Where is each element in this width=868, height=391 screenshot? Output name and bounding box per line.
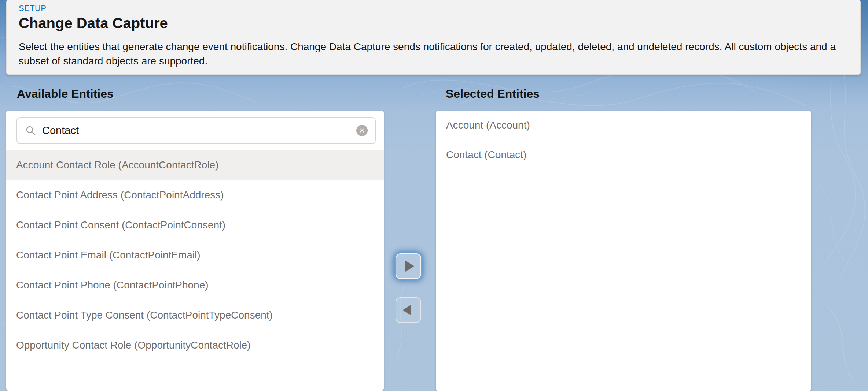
list-item[interactable]: Contact Point Phone (ContactPointPhone): [6, 270, 384, 300]
entity-label: Contact (Contact): [446, 149, 526, 161]
list-item[interactable]: Contact Point Type Consent (ContactPoint…: [6, 300, 384, 330]
selected-entities-heading: Selected Entities: [446, 87, 540, 101]
list-item[interactable]: Contact (Contact): [436, 140, 811, 170]
list-item[interactable]: Account Contact Role (AccountContactRole…: [6, 150, 384, 180]
search-input[interactable]: [36, 120, 356, 142]
list-item[interactable]: Contact Point Consent (ContactPointConse…: [6, 210, 384, 240]
entity-label: Contact Point Consent (ContactPointConse…: [16, 219, 225, 231]
list-item[interactable]: Account (Account): [436, 111, 811, 140]
entity-search-section: ✕: [6, 111, 384, 150]
selected-entities-panel: Account (Account) Contact (Contact): [436, 111, 811, 391]
page-title: Change Data Capture: [19, 15, 843, 31]
page-description: Select the entities that generate change…: [19, 40, 842, 68]
move-to-available-button[interactable]: [396, 297, 421, 323]
setup-breadcrumb-label: SETUP: [19, 4, 843, 13]
triangle-left-icon: [402, 305, 411, 316]
move-to-selected-button[interactable]: [396, 253, 421, 279]
triangle-right-icon: [405, 261, 414, 272]
entity-search-box: ✕: [16, 117, 376, 144]
list-item[interactable]: Contact Point Address (ContactPointAddre…: [6, 180, 384, 210]
entity-label: Contact Point Phone (ContactPointPhone): [16, 279, 209, 291]
search-icon: [25, 125, 36, 136]
entity-label: Contact Point Email (ContactPointEmail): [16, 249, 201, 261]
clear-search-icon[interactable]: ✕: [356, 125, 368, 136]
list-item[interactable]: Contact Point Email (ContactPointEmail): [6, 240, 384, 270]
entity-label: Account Contact Role (AccountContactRole…: [16, 159, 219, 171]
page-header-card: SETUP Change Data Capture Select the ent…: [6, 0, 861, 75]
entity-label: Account (Account): [446, 119, 530, 131]
entity-label: Contact Point Type Consent (ContactPoint…: [16, 309, 273, 321]
list-item[interactable]: Opportunity Contact Role (OpportunityCon…: [6, 330, 384, 360]
page-background: SETUP Change Data Capture Select the ent…: [0, 0, 868, 391]
available-entities-panel: ✕ Account Contact Role (AccountContactRo…: [6, 111, 384, 391]
entity-label: Contact Point Address (ContactPointAddre…: [16, 189, 224, 201]
entity-label: Opportunity Contact Role (OpportunityCon…: [16, 339, 251, 351]
available-entities-heading: Available Entities: [17, 87, 114, 101]
